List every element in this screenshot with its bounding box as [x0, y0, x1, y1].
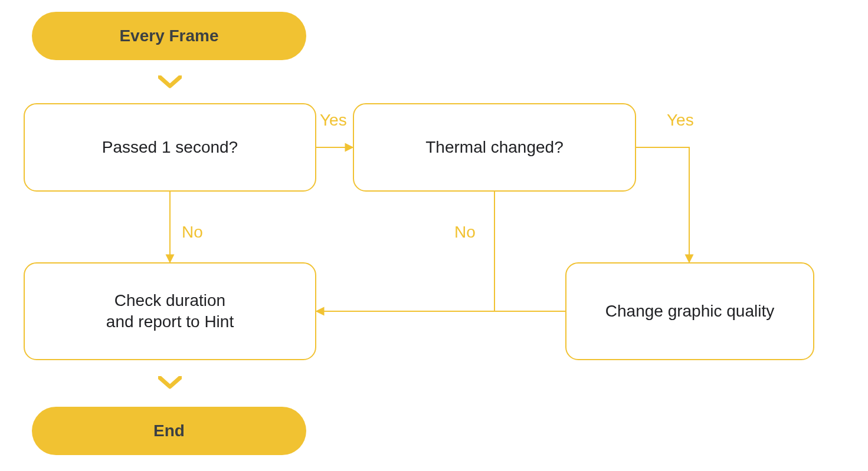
connectors-layer — [0, 0, 868, 471]
process-check-duration-line2: and report to Hint — [106, 312, 234, 331]
edge-label-no: No — [182, 223, 203, 242]
decision-thermal-changed: Thermal changed? — [353, 103, 636, 192]
start-terminator: Every Frame — [32, 12, 306, 60]
process-check-duration-text: Check duration and report to Hint — [106, 290, 234, 333]
edge-label-no: No — [454, 223, 476, 242]
chevron-down-icon — [158, 376, 182, 390]
end-terminator: End — [32, 407, 306, 455]
end-label: End — [153, 420, 185, 442]
start-label: Every Frame — [119, 25, 218, 47]
decision-passed-1-second: Passed 1 second? — [24, 103, 316, 192]
process-check-duration-line1: Check duration — [114, 291, 225, 309]
decision-thermal-changed-label: Thermal changed? — [425, 137, 563, 158]
chevron-down-icon — [158, 75, 182, 90]
flowchart-canvas: Every Frame Passed 1 second? Thermal cha… — [0, 0, 868, 471]
process-change-graphic-quality-label: Change graphic quality — [605, 301, 774, 322]
process-check-duration: Check duration and report to Hint — [24, 262, 316, 360]
decision-passed-1-second-label: Passed 1 second? — [102, 137, 238, 158]
edge-label-yes: Yes — [320, 111, 347, 130]
process-change-graphic-quality: Change graphic quality — [565, 262, 814, 360]
edge-label-yes: Yes — [667, 111, 694, 130]
